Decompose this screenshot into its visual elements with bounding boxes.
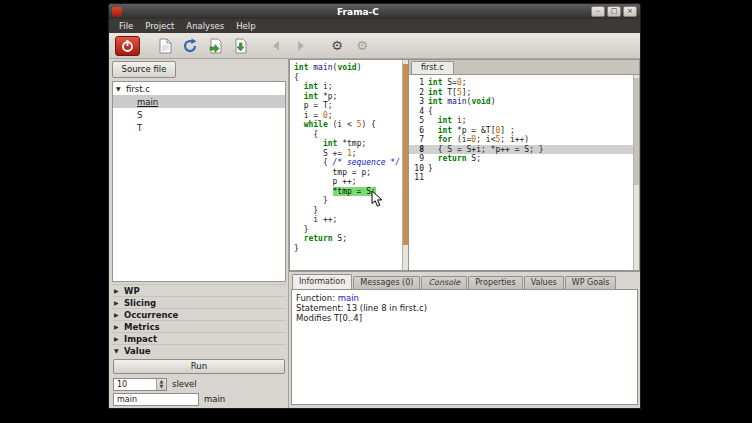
- tab-messages[interactable]: Messages (0): [353, 276, 420, 289]
- source-code-line[interactable]: 10}: [409, 164, 633, 174]
- source-scrollbar[interactable]: [633, 75, 639, 270]
- source-code-line[interactable]: 6 int *p = &T[0] ;: [409, 126, 633, 136]
- code-token: {: [428, 107, 433, 116]
- code-token: *p = &T[: [452, 126, 495, 135]
- menu-project[interactable]: Project: [139, 20, 180, 32]
- cil-code-line[interactable]: int *tmp;: [294, 139, 402, 149]
- back-button[interactable]: [265, 36, 287, 56]
- source-code-line[interactable]: 4{: [409, 107, 633, 117]
- code-token: [294, 187, 333, 196]
- source-code-line[interactable]: 7 for (i=0; i<5; i++): [409, 135, 633, 145]
- main-function-input[interactable]: main: [113, 393, 199, 406]
- function-link[interactable]: main: [338, 293, 359, 303]
- save-session-button[interactable]: [229, 36, 251, 56]
- section-metrics[interactable]: ▶ Metrics: [112, 320, 286, 332]
- preferences-button[interactable]: ⚙: [351, 36, 373, 56]
- cil-code-line[interactable]: }: [294, 244, 402, 254]
- code-token: }: [294, 196, 328, 205]
- code-token: int: [428, 97, 442, 106]
- cil-code-panel: int main(void){ int i; int *p; p = T; i …: [289, 59, 409, 271]
- menu-file[interactable]: File: [113, 20, 139, 32]
- section-slicing[interactable]: ▶ Slicing: [112, 296, 286, 308]
- code-token: }: [294, 225, 308, 234]
- tab-first-c[interactable]: first.c: [411, 61, 454, 74]
- cil-code-line[interactable]: S += 1;: [294, 149, 402, 159]
- line-number: 6: [409, 126, 424, 136]
- cil-code-view: int main(void){ int i; int *p; p = T; i …: [290, 60, 402, 270]
- cil-code-line[interactable]: }: [294, 225, 402, 235]
- source-files-button[interactable]: [154, 36, 176, 56]
- cil-code-line[interactable]: }: [294, 206, 402, 216]
- cil-code-line[interactable]: p = T;: [294, 101, 402, 111]
- maximize-button[interactable]: □: [607, 6, 621, 17]
- code-token: [294, 92, 304, 101]
- slevel-spinner[interactable]: 10 ▲ ▼: [113, 378, 167, 391]
- code-token: i;: [318, 82, 332, 91]
- cil-code-line[interactable]: {: [294, 73, 402, 83]
- cil-code-line[interactable]: int main(void): [294, 63, 402, 73]
- menu-analyses[interactable]: Analyses: [180, 20, 230, 32]
- menu-help[interactable]: Help: [230, 20, 261, 32]
- tab-wp-goals[interactable]: WP Goals: [565, 276, 617, 289]
- code-token: [428, 154, 438, 163]
- cil-code-line[interactable]: int i;: [294, 82, 402, 92]
- close-button[interactable]: ×: [623, 6, 637, 17]
- line-number: 7: [409, 135, 424, 145]
- quit-button[interactable]: [115, 36, 140, 56]
- main-function-label: main: [204, 394, 225, 404]
- section-occurrence[interactable]: ▶ Occurrence: [112, 308, 286, 320]
- spin-down-icon[interactable]: ▼: [157, 384, 166, 390]
- source-code-line[interactable]: 2int T[5];: [409, 88, 633, 98]
- tab-values[interactable]: Values: [524, 276, 564, 289]
- code-token: main: [313, 63, 332, 72]
- source-code-line[interactable]: 11: [409, 173, 633, 183]
- section-value[interactable]: ▼ Value: [112, 344, 286, 356]
- tree-root-first-c[interactable]: ▼ first.c: [113, 82, 285, 95]
- cil-code-line[interactable]: {: [294, 130, 402, 140]
- info-line: Modifies T[0..4]: [296, 313, 633, 323]
- reparse-button[interactable]: [179, 36, 201, 56]
- minimize-button[interactable]: –: [591, 6, 605, 17]
- cil-code-line[interactable]: int *p;: [294, 92, 402, 102]
- line-number: 9: [409, 154, 424, 164]
- cil-code-line[interactable]: i = 0;: [294, 111, 402, 121]
- source-file-button[interactable]: Source file: [112, 61, 176, 78]
- code-token: S +=: [294, 149, 347, 158]
- source-code-line[interactable]: 5 int i;: [409, 116, 633, 126]
- forward-icon: [295, 40, 307, 52]
- titlebar[interactable]: Frama-C – □ ×: [109, 4, 640, 19]
- cil-code-line[interactable]: *tmp = S;: [294, 187, 402, 197]
- source-code-line[interactable]: 1int S=0;: [409, 78, 633, 88]
- expander-open-icon[interactable]: ▼: [116, 85, 126, 92]
- section-impact[interactable]: ▶ Impact: [112, 332, 286, 344]
- code-token: }: [294, 244, 299, 253]
- source-code-line[interactable]: 9 return S;: [409, 154, 633, 164]
- code-token: while: [304, 120, 328, 129]
- code-token: for: [438, 135, 452, 144]
- cil-code-line[interactable]: tmp = p;: [294, 168, 402, 178]
- source-code-line[interactable]: 8 { S = S+i; *p++ = S; }: [409, 145, 633, 155]
- tab-information[interactable]: Information: [292, 274, 352, 289]
- code-token: ;: [352, 149, 357, 158]
- forward-button[interactable]: [290, 36, 312, 56]
- bottom-panel: Information Messages (0) Console Propert…: [289, 271, 640, 408]
- analyses-button[interactable]: ⚙: [326, 36, 348, 56]
- cil-code-line[interactable]: return S;: [294, 234, 402, 244]
- cil-scrollbar[interactable]: [402, 60, 408, 270]
- source-tab-strip: first.c: [409, 60, 639, 75]
- load-session-button[interactable]: [204, 36, 226, 56]
- run-button[interactable]: Run: [113, 359, 285, 374]
- tree-item-s[interactable]: S: [113, 108, 285, 121]
- cil-code-line[interactable]: { /* sequence */: [294, 158, 402, 168]
- tab-properties[interactable]: Properties: [468, 276, 522, 289]
- source-code-line[interactable]: 3int main(void): [409, 97, 633, 107]
- cil-code-line[interactable]: p ++;: [294, 177, 402, 187]
- section-wp[interactable]: ▶ WP: [112, 284, 286, 296]
- cil-code-line[interactable]: i ++;: [294, 215, 402, 225]
- back-icon: [270, 40, 282, 52]
- tab-console[interactable]: Console: [421, 276, 467, 289]
- tree-item-main[interactable]: main: [113, 95, 285, 108]
- cil-code-line[interactable]: while (i < 5) {: [294, 120, 402, 130]
- cil-code-line[interactable]: }: [294, 196, 402, 206]
- tree-item-t[interactable]: T: [113, 121, 285, 134]
